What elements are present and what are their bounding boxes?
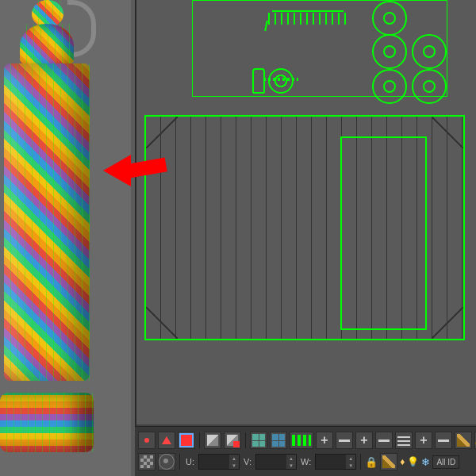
poly-mode-button[interactable] bbox=[224, 432, 241, 449]
paint-button[interactable] bbox=[455, 432, 472, 449]
checker-button[interactable] bbox=[138, 453, 155, 470]
bulb-icon[interactable]: ♦ bbox=[400, 456, 405, 467]
bottle-neck bbox=[20, 24, 74, 67]
annotation-arrow bbox=[103, 143, 167, 190]
uv-cluster-top[interactable]: / bbox=[192, 0, 447, 97]
grow-plus-button[interactable]: + bbox=[316, 432, 333, 449]
uv-canvas[interactable]: / bbox=[136, 0, 476, 424]
uv-editor-panel[interactable]: / bbox=[135, 0, 476, 428]
u-spinner[interactable]: ▲▼ bbox=[198, 454, 240, 470]
loop-plus-button[interactable]: + bbox=[355, 432, 373, 449]
uv-bottle-outline bbox=[252, 68, 265, 94]
perspective-viewport[interactable] bbox=[0, 0, 131, 476]
element-mode-button[interactable] bbox=[204, 432, 221, 449]
ring-plus-button[interactable]: + bbox=[415, 432, 432, 449]
face-mode-button[interactable] bbox=[178, 432, 195, 449]
bars-button[interactable] bbox=[395, 432, 413, 449]
uv-circle-3 bbox=[412, 34, 447, 69]
toolbar-row-2: U: ▲▼ V: ▲▼ W: ▲▼ 🔒 ♦ 💡 ❄ All ID bbox=[138, 452, 459, 471]
dash-button[interactable] bbox=[290, 432, 313, 449]
uv-gear-shape bbox=[268, 68, 294, 94]
edge-mode-button[interactable] bbox=[158, 432, 175, 449]
target-button[interactable] bbox=[158, 453, 175, 470]
lightbulb-icon[interactable]: 💡 bbox=[407, 456, 419, 467]
uv-circle-4 bbox=[372, 69, 407, 104]
uv-circle-2 bbox=[372, 34, 407, 69]
lock-icon[interactable]: 🔒 bbox=[365, 456, 378, 468]
all-id-dropdown[interactable]: All ID bbox=[432, 455, 459, 469]
toolbar-row-1: + + + bbox=[138, 431, 476, 450]
grid-a-button[interactable] bbox=[250, 432, 267, 449]
v-spinner[interactable]: ▲▼ bbox=[255, 454, 297, 470]
uv-main-island[interactable] bbox=[144, 115, 465, 340]
freeze-icon[interactable]: ❄ bbox=[421, 456, 430, 468]
bottle-cylinder-body bbox=[4, 63, 90, 381]
brush2-button[interactable] bbox=[380, 453, 397, 470]
uv-barcode-shape bbox=[268, 13, 347, 25]
bottle-base bbox=[0, 393, 94, 452]
uv-circle-5 bbox=[412, 69, 447, 104]
w-spinner[interactable]: ▲▼ bbox=[315, 454, 356, 470]
v-label: V: bbox=[244, 457, 251, 466]
grid-b-button[interactable] bbox=[270, 432, 287, 449]
w-label: W: bbox=[301, 457, 311, 466]
u-label: U: bbox=[186, 457, 194, 466]
vertex-mode-button[interactable] bbox=[138, 432, 155, 449]
uv-inner-rect[interactable] bbox=[340, 136, 427, 330]
loop-minus-button[interactable] bbox=[375, 432, 393, 449]
ring-minus-button[interactable] bbox=[435, 432, 452, 449]
shrink-minus-button[interactable] bbox=[336, 432, 353, 449]
fire-extinguisher-mesh[interactable] bbox=[0, 0, 95, 460]
uv-toolbar: + + + U: ▲▼ V: ▲▼ W: ▲▼ 🔒 ♦ 💡 ❄ All ID bbox=[135, 426, 476, 476]
uv-circle-1 bbox=[372, 1, 407, 36]
